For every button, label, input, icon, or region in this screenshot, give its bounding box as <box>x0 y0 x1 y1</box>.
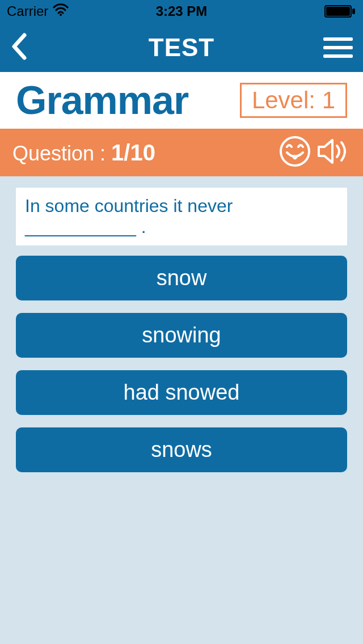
wifi-icon <box>53 3 69 19</box>
menu-button[interactable] <box>323 37 353 58</box>
back-button[interactable] <box>10 32 27 63</box>
status-bar: Carrier 3:23 PM <box>0 0 363 23</box>
status-left: Carrier <box>7 3 69 19</box>
answer-option[interactable]: snow <box>16 256 347 300</box>
svg-rect-3 <box>352 9 355 14</box>
speaker-icon[interactable] <box>316 135 351 170</box>
svg-point-4 <box>281 137 309 166</box>
question-header-icons <box>279 135 351 170</box>
answer-option[interactable]: snowing <box>16 313 347 358</box>
question-area: In some countries it never ___________ .… <box>0 176 363 644</box>
nav-bar: TEST <box>0 23 363 72</box>
question-text: In some countries it never ___________ . <box>16 188 347 245</box>
svg-rect-2 <box>326 7 350 16</box>
question-label-text: Question : <box>12 142 111 165</box>
answer-option[interactable]: snows <box>16 427 347 472</box>
question-label: Question : 1/10 <box>12 140 155 166</box>
level-badge: Level: 1 <box>240 83 347 118</box>
carrier-label: Carrier <box>7 3 48 19</box>
content: Grammar Level: 1 Question : 1/10 <box>0 72 363 644</box>
answer-option[interactable]: had snowed <box>16 370 347 415</box>
svg-point-0 <box>60 14 62 16</box>
nav-title: TEST <box>149 33 214 62</box>
title-row: Grammar Level: 1 <box>16 72 347 129</box>
menu-icon <box>323 37 353 41</box>
question-header: Question : 1/10 <box>0 129 363 176</box>
page-title: Grammar <box>16 78 188 123</box>
battery-icon <box>324 5 356 18</box>
status-time: 3:23 PM <box>156 3 208 19</box>
face-icon[interactable] <box>279 135 311 170</box>
answer-options: snow snowing had snowed snows <box>16 256 347 472</box>
question-counter: 1/10 <box>111 140 155 165</box>
